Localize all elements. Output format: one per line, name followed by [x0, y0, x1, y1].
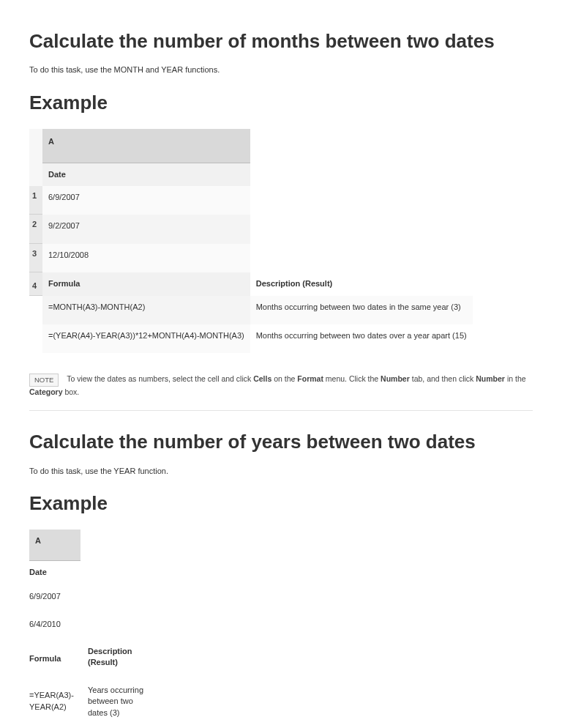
row-header-blank — [29, 163, 42, 186]
section-divider — [29, 410, 533, 411]
date-header: Date — [29, 561, 80, 585]
description-1: Years occurring between two dates (3) — [80, 679, 161, 724]
example1-table: A Date 1 6/9/2007 2 9/2/2007 3 12/10/200… — [29, 129, 473, 353]
section1-heading: Calculate the number of months between t… — [29, 28, 533, 54]
cell-a2: 9/2/2007 — [42, 215, 250, 243]
cell-a1: 6/9/2007 — [29, 585, 80, 612]
formula-2: =(YEAR(A4)-YEAR(A3))*12+MONTH(A4)-MONTH(… — [42, 324, 250, 353]
description-header: Description (Result) — [80, 640, 161, 679]
note-row: NOTE To view the dates as numbers, selec… — [29, 374, 533, 397]
column-a-header: A — [42, 129, 250, 163]
column-a-header: A — [29, 530, 80, 560]
row-number: 4 — [29, 272, 42, 295]
section1-example-heading: Example — [29, 89, 533, 116]
row-number: 2 — [29, 215, 42, 243]
date-header: Date — [42, 163, 250, 186]
note-badge: NOTE — [29, 374, 59, 386]
cell-a2: 6/4/2010 — [29, 613, 80, 640]
row-number: 3 — [29, 244, 42, 272]
section2-heading: Calculate the number of years between tw… — [29, 428, 533, 455]
cell-a1: 6/9/2007 — [42, 186, 250, 215]
note-text: To view the dates as numbers, select the… — [29, 375, 526, 396]
description-1: Months occurring between two dates in th… — [250, 296, 473, 324]
formula-header: Formula — [42, 272, 250, 295]
formula-1: =MONTH(A3)-MONTH(A2) — [42, 296, 250, 324]
example2-table: A Date 6/9/2007 6/4/2010 Formula Descrip… — [29, 530, 161, 724]
row-number: 1 — [29, 186, 42, 215]
cell-a3: 12/10/2008 — [42, 244, 250, 272]
description-2: Months occurring between two dates over … — [250, 324, 473, 353]
description-header: Description (Result) — [250, 272, 473, 295]
section1-intro: To do this task, use the MONTH and YEAR … — [29, 64, 533, 75]
formula-header: Formula — [29, 640, 80, 679]
row-header-blank — [29, 129, 42, 163]
section2-example-heading: Example — [29, 490, 533, 516]
section2-intro: To do this task, use the YEAR function. — [29, 466, 533, 477]
formula-1: =YEAR(A3)-YEAR(A2) — [29, 679, 80, 724]
